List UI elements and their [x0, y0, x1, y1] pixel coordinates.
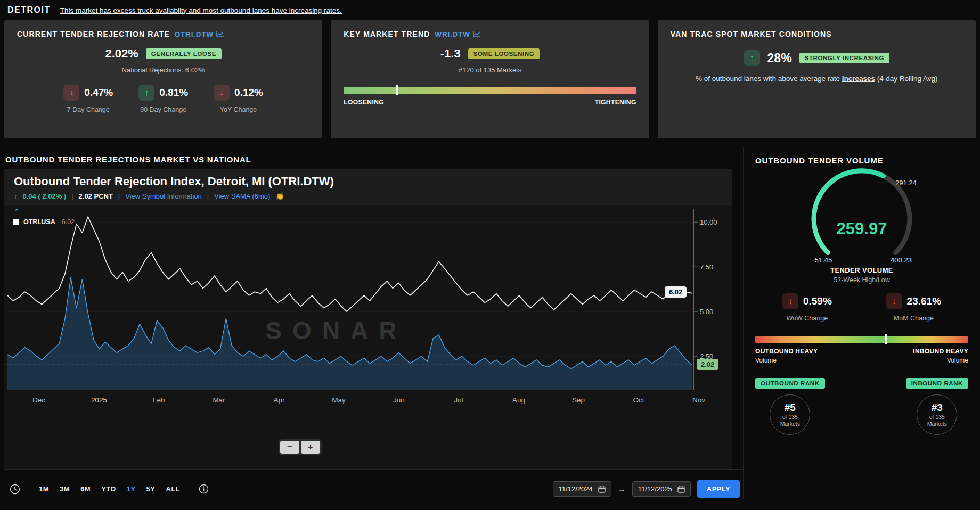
legend-value: 6.02	[62, 218, 75, 226]
info-icon	[199, 484, 209, 494]
spot-value: 28%	[767, 51, 792, 65]
gauge-subtitle: 52-Week High/Low	[755, 276, 968, 284]
market-title: DETROIT	[7, 5, 51, 15]
gauge-marker-label: 291.24	[895, 179, 917, 187]
time-history-button[interactable]	[10, 484, 20, 495]
main-content: OUTBOUND TENDER REJECTIONS MARKET VS NAT…	[0, 147, 980, 499]
range-6m[interactable]: 6M	[75, 482, 96, 496]
range-1m[interactable]: 1M	[34, 482, 54, 496]
trend-rank-text: #120 of 135 Markets	[344, 66, 636, 74]
page-header: DETROIT This market has excess truck ava…	[0, 0, 980, 19]
svg-text:Jun: Jun	[393, 396, 405, 404]
range-all[interactable]: ALL	[161, 482, 186, 496]
down-arrow-icon: ↓	[214, 85, 230, 101]
change-90day: ↑ 0.81% 90 Day Change	[138, 85, 188, 113]
view-symbol-info-link[interactable]: View Symbol Information	[125, 192, 202, 200]
apply-button[interactable]: APPLY	[697, 480, 740, 498]
card-tender-rejection: CURRENT TENDER REJECTION RATE OTRI.DTW 2…	[4, 20, 322, 138]
svg-text:Oct: Oct	[633, 396, 644, 404]
volume-panel: OUTBOUND TENDER VOLUME 291.24 259.97 51.…	[743, 147, 980, 499]
balance-marker	[885, 334, 887, 344]
ticker-link-otri[interactable]: OTRI.DTW	[175, 30, 224, 38]
loosening-tightening-scale	[344, 87, 636, 94]
chart-info-button[interactable]	[199, 484, 209, 494]
legend-label: OTRI.USA	[23, 218, 55, 226]
change-wow: ↓ 0.59% WoW Change	[782, 293, 832, 322]
range-ytd[interactable]: YTD	[96, 482, 121, 496]
down-arrow-icon: ↓	[886, 293, 902, 309]
outbound-heavy-label: OUTBOUND HEAVY Volume	[755, 348, 818, 364]
svg-text:Apr: Apr	[273, 396, 285, 404]
national-value-pill: 6.02	[665, 286, 687, 298]
outbound-rank-badge: OUTBOUND RANK	[755, 378, 825, 389]
chart-plot-area[interactable]: ⌃ 2.505.007.5010.00Dec2025FebMarAprMayJu…	[4, 205, 732, 469]
ticker-link-wri[interactable]: WRI.DTW	[435, 30, 480, 38]
chart-last-value: 2.02 PCNT	[79, 192, 113, 200]
change-7day: ↓ 0.47% 7 Day Change	[63, 85, 113, 113]
zoom-in-button[interactable]: +	[301, 441, 320, 454]
svg-text:2025: 2025	[91, 396, 107, 404]
market-value-pill: 2.02	[697, 359, 718, 370]
range-5y[interactable]: 5Y	[141, 482, 161, 496]
svg-text:Jul: Jul	[454, 396, 463, 404]
card-spot-market: VAN TRAC SPOT MARKET CONDITIONS ↑ 28% ST…	[658, 20, 976, 138]
card-title: CURRENT TENDER REJECTION RATE	[17, 30, 170, 38]
chart-change: 0.04 ( 2.02% )	[23, 192, 67, 200]
rejection-time-series-chart[interactable]: 2.505.007.5010.00Dec2025FebMarAprMayJunJ…	[4, 209, 732, 408]
svg-text:May: May	[332, 396, 346, 404]
up-arrow-icon: ↑	[744, 50, 760, 66]
svg-text:Nov: Nov	[692, 396, 705, 404]
legend-checkbox-otri-usa[interactable]	[13, 219, 19, 225]
change-mom: ↓ 23.61% MoM Change	[886, 293, 941, 322]
range-1y[interactable]: 1Y	[121, 482, 141, 496]
clock-icon	[10, 484, 20, 495]
chart-title: Outbound Tender Rejection Index, Detroit…	[14, 175, 723, 188]
svg-text:Dec: Dec	[32, 396, 45, 404]
down-arrow-icon: ↓	[63, 85, 79, 101]
svg-text:Aug: Aug	[512, 396, 525, 404]
svg-text:Mar: Mar	[213, 396, 225, 404]
rejection-chart-panel: Outbound Tender Rejection Index, Detroit…	[4, 169, 732, 469]
svg-text:Feb: Feb	[152, 396, 165, 404]
scale-label-tightening: TIGHTENING	[595, 98, 636, 106]
svg-text:10.00: 10.00	[700, 218, 717, 226]
date-to-input[interactable]: 11/12/2025	[632, 481, 691, 497]
inbound-rank: INBOUND RANK #3 of 135 Markets	[906, 378, 968, 435]
up-arrow-icon: ↑	[138, 85, 154, 101]
market-summary-link[interactable]: This market has excess truck availabilty…	[60, 6, 342, 14]
increases-underlined: increases	[842, 75, 875, 83]
spot-description: % of outbound lanes with above average r…	[671, 75, 963, 83]
status-badge: SOME LOOSENING	[468, 48, 540, 59]
down-arrow-icon: ↓	[782, 293, 798, 309]
zoom-out-button[interactable]: −	[280, 441, 299, 454]
clap-icon: 👏	[275, 192, 284, 200]
gauge-min-label: 51.45	[815, 256, 832, 264]
gauge-max-label: 400.23	[891, 256, 912, 264]
card-key-market-trend: KEY MARKET TREND WRI.DTW -1.3 SOME LOOSE…	[331, 20, 649, 138]
gauge-value: 259.97	[837, 219, 887, 238]
range-3m[interactable]: 3M	[54, 482, 75, 496]
volume-balance-scale	[755, 336, 968, 343]
inbound-rank-badge: INBOUND RANK	[906, 378, 968, 389]
date-range-arrow-icon: →	[618, 484, 626, 493]
svg-text:Sep: Sep	[572, 396, 585, 404]
summary-cards: CURRENT TENDER REJECTION RATE OTRI.DTW 2…	[0, 19, 980, 138]
view-sama-link[interactable]: View SAMA (6mo)	[214, 192, 270, 200]
volume-title: OUTBOUND TENDER VOLUME	[755, 156, 968, 165]
change-yoy: ↓ 0.12% YoY Change	[214, 85, 263, 113]
scale-label-loosening: LOOSENING	[344, 98, 384, 106]
card-title: VAN TRAC SPOT MARKET CONDITIONS	[671, 30, 832, 38]
section-heading: OUTBOUND TENDER REJECTIONS MARKET VS NAT…	[4, 147, 743, 169]
chart-line-icon	[216, 31, 224, 38]
chart-toolbar: 1M 3M 6M YTD 1Y 5Y ALL 11/12/2024	[4, 469, 743, 498]
outbound-rank-circle: #5 of 135 Markets	[770, 394, 810, 435]
rejection-rate-value: 2.02%	[105, 47, 138, 61]
calendar-icon	[677, 486, 685, 493]
calendar-icon	[598, 486, 606, 493]
date-from-input[interactable]: 11/12/2024	[553, 481, 611, 497]
gauge-svg: 291.24 259.97 51.45 400.23	[777, 168, 947, 265]
chart-legend: OTRI.USA 6.02	[13, 218, 75, 226]
chart-header: Outbound Tender Rejection Index, Detroit…	[4, 169, 732, 205]
gauge-title: TENDER VOLUME	[755, 266, 968, 274]
trend-marker	[396, 85, 398, 95]
